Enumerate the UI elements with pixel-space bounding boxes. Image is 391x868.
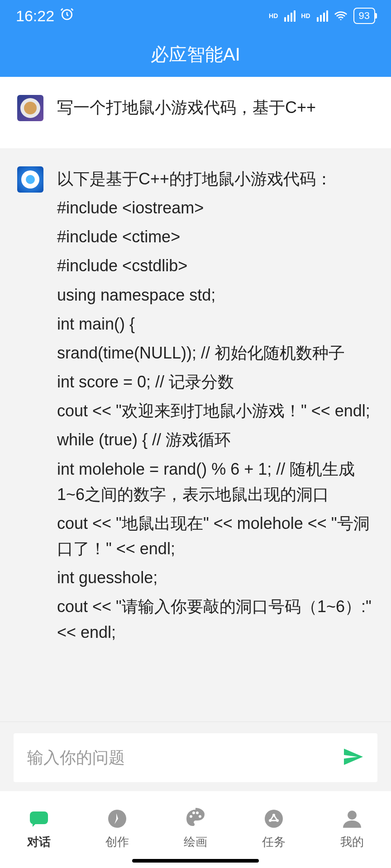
- user-message-text: 写一个打地鼠小游戏代码，基于C++: [57, 95, 374, 121]
- page-title: 必应智能AI: [0, 32, 391, 77]
- bottom-nav: 对话 创作 绘画 任务 我的: [0, 791, 391, 859]
- hd-label-1: HD: [269, 12, 278, 19]
- hd-label-2: HD: [301, 12, 310, 19]
- question-input[interactable]: [27, 748, 333, 767]
- home-indicator[interactable]: [132, 859, 259, 863]
- ai-avatar: [17, 166, 43, 193]
- status-time: 16:22: [16, 7, 54, 25]
- signal-icon-2: [317, 10, 328, 22]
- nav-profile[interactable]: 我的: [325, 807, 379, 850]
- share-icon: [262, 807, 286, 830]
- svg-rect-1: [30, 811, 48, 824]
- user-avatar: [17, 95, 43, 121]
- input-zone: [0, 722, 391, 791]
- status-bar: 16:22 HD HD 93: [0, 0, 391, 32]
- svg-point-7: [348, 811, 357, 820]
- create-icon: [105, 807, 129, 830]
- ai-message-text: 以下是基于C++的打地鼠小游戏代码： #include <iostream> #…: [57, 166, 374, 645]
- signal-icon-1: [284, 10, 296, 22]
- nav-chat[interactable]: 对话: [12, 807, 66, 850]
- paint-icon: [184, 807, 207, 830]
- profile-icon: [340, 807, 364, 830]
- svg-point-3: [265, 810, 283, 828]
- nav-create[interactable]: 创作: [90, 807, 144, 850]
- input-box: [14, 733, 377, 782]
- send-icon[interactable]: [342, 746, 364, 769]
- user-message: 写一个打地鼠小游戏代码，基于C++: [0, 77, 391, 148]
- nav-paint[interactable]: 绘画: [168, 807, 223, 850]
- wifi-icon: [334, 8, 348, 24]
- battery-indicator: 93: [353, 8, 375, 24]
- ai-message: 以下是基于C++的打地鼠小游戏代码： #include <iostream> #…: [0, 148, 391, 672]
- chat-area[interactable]: 写一个打地鼠小游戏代码，基于C++ 以下是基于C++的打地鼠小游戏代码： #in…: [0, 77, 391, 722]
- nav-task[interactable]: 任务: [247, 807, 301, 850]
- chat-icon: [27, 807, 51, 830]
- alarm-icon: [60, 7, 74, 25]
